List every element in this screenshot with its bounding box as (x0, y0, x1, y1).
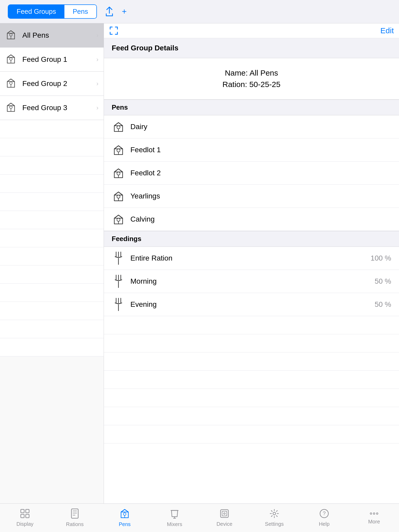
sidebar-item-feed-group-2[interactable]: Feed Group 2 › (0, 72, 104, 96)
sidebar-empty-row (0, 120, 104, 138)
pen-label: Feedlot 2 (130, 169, 391, 177)
feeding-row-evening: Evening 50 % (104, 293, 399, 316)
tab-more[interactable]: More (349, 504, 399, 532)
svg-text:?: ? (323, 510, 325, 516)
chevron-right-icon: › (96, 56, 98, 63)
seg-pens[interactable]: Pens (64, 5, 96, 18)
svg-point-21 (370, 513, 372, 514)
feeding-icon (112, 251, 125, 265)
detail-section-header: Feed Group Details (104, 38, 399, 58)
expand-button[interactable] (109, 26, 118, 35)
pen-row-feedlot2: Feedlot 2 (104, 162, 399, 185)
svg-point-17 (224, 513, 225, 514)
svg-point-18 (273, 512, 276, 515)
tab-pens[interactable]: Pens (100, 504, 150, 532)
empty-row (104, 425, 399, 443)
feeding-row-morning: Morning 50 % (104, 270, 399, 293)
pen-icon (5, 29, 18, 42)
tab-bar: Display Rations Pens (0, 503, 399, 532)
sidebar-empty-row (0, 211, 104, 229)
chevron-right-icon: › (96, 80, 98, 87)
feedings-section-header: Feedings (104, 231, 399, 247)
sidebar-item-all-pens[interactable]: All Pens › (0, 23, 104, 48)
tab-device[interactable]: Device (200, 504, 249, 532)
sidebar-empty-row (0, 156, 104, 175)
pen-icon (112, 212, 125, 226)
detail-info-block: Name: All Pens Ration: 50-25-25 (104, 58, 399, 99)
empty-row (104, 389, 399, 407)
detail-name: Name: All Pens (112, 69, 391, 77)
feeding-label: Morning (130, 277, 375, 285)
svg-point-0 (10, 34, 12, 36)
svg-rect-11 (21, 514, 24, 518)
chevron-right-icon: › (96, 32, 98, 39)
svg-point-1 (10, 58, 12, 60)
sidebar-empty-row (0, 284, 104, 302)
mixers-icon (170, 508, 179, 520)
tab-label: Mixers (167, 521, 182, 527)
empty-row (104, 334, 399, 353)
pens-section-header: Pens (104, 99, 399, 115)
feeding-row-entire-ration: Entire Ration 100 % (104, 247, 399, 270)
tab-label: Pens (119, 521, 131, 527)
sidebar-empty-row (0, 138, 104, 156)
chevron-right-icon: › (96, 104, 98, 111)
svg-point-14 (123, 513, 126, 515)
feeding-value: 50 % (375, 300, 391, 309)
svg-rect-13 (71, 509, 78, 518)
feeding-label: Evening (130, 300, 375, 309)
svg-point-3 (10, 106, 12, 109)
feeding-label: Entire Ration (130, 254, 371, 262)
pen-row-calving: Calving (104, 208, 399, 231)
top-nav-actions: + (105, 6, 127, 17)
sidebar-empty-row (0, 302, 104, 320)
svg-rect-10 (26, 509, 29, 513)
seg-feed-groups[interactable]: Feed Groups (8, 5, 64, 18)
pens-icon (119, 508, 130, 520)
tab-label: Help (319, 521, 329, 527)
feeding-icon (112, 275, 125, 288)
display-icon (20, 509, 30, 520)
tab-label: Rations (66, 521, 84, 527)
pen-icon (112, 143, 125, 157)
pen-row-dairy: Dairy (104, 115, 399, 138)
pen-label: Feedlot 1 (130, 146, 391, 154)
pen-label: Dairy (130, 123, 391, 131)
share-button[interactable] (105, 6, 114, 17)
tab-settings[interactable]: Settings (249, 504, 299, 532)
pen-row-feedlot1: Feedlot 1 (104, 138, 399, 162)
detail-panel: Edit Feed Group Details Name: All Pens R… (104, 23, 399, 503)
pen-label: Calving (130, 215, 391, 223)
tab-label: Display (16, 521, 34, 527)
detail-ration: Ration: 50-25-25 (112, 80, 391, 89)
empty-row (104, 316, 399, 334)
sidebar-item-feed-group-1[interactable]: Feed Group 1 › (0, 48, 104, 72)
edit-button[interactable]: Edit (380, 26, 394, 35)
device-icon (220, 509, 229, 520)
detail-top-row: Edit (104, 23, 399, 38)
sidebar-empty-row (0, 265, 104, 284)
top-nav: Feed Groups Pens + (0, 0, 399, 23)
svg-rect-16 (222, 511, 227, 516)
tab-label: More (368, 519, 380, 525)
tab-display[interactable]: Display (0, 504, 50, 532)
tab-help[interactable]: ? Help (299, 504, 349, 532)
feeding-value: 50 % (375, 277, 391, 285)
svg-rect-15 (221, 510, 228, 517)
pen-icon (5, 53, 18, 66)
add-button[interactable]: + (122, 7, 127, 16)
pen-icon (112, 166, 125, 180)
svg-point-2 (10, 82, 12, 84)
sidebar-empty-row (0, 338, 104, 356)
sidebar-empty-row (0, 320, 104, 338)
svg-point-22 (373, 513, 375, 514)
svg-rect-12 (26, 514, 29, 518)
feeding-value: 100 % (371, 254, 391, 262)
sidebar-empty-row (0, 247, 104, 265)
empty-row (104, 371, 399, 389)
sidebar-item-feed-group-3[interactable]: Feed Group 3 › (0, 96, 104, 120)
tab-rations[interactable]: Rations (50, 504, 100, 532)
svg-point-23 (376, 513, 378, 514)
tab-mixers[interactable]: Mixers (150, 504, 200, 532)
help-icon: ? (319, 509, 329, 520)
